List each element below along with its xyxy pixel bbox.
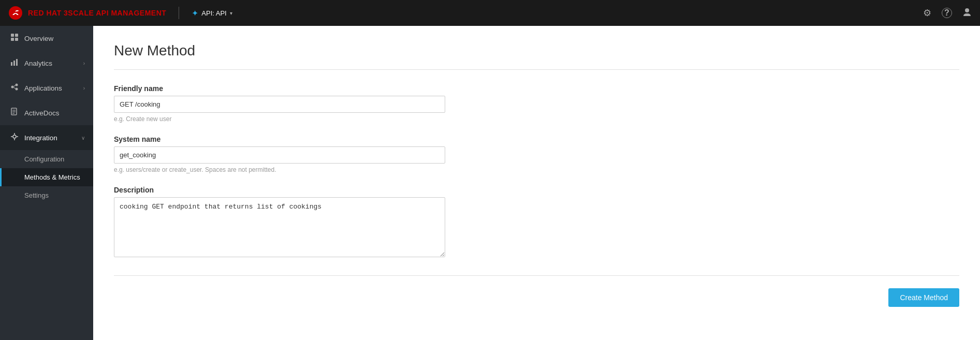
svg-point-9 [11, 86, 14, 88]
chevron-down-icon: ▾ [230, 10, 232, 16]
configuration-label: Configuration [24, 155, 64, 163]
svg-rect-8 [16, 59, 18, 66]
applications-chevron-icon: › [83, 85, 85, 91]
sidebar-item-integration[interactable]: Integration ∨ [0, 125, 93, 150]
settings-icon[interactable]: ⚙ [923, 7, 931, 19]
integration-icon [10, 132, 19, 143]
svg-line-12 [14, 85, 16, 86]
analytics-icon [10, 58, 19, 68]
svg-rect-6 [11, 62, 12, 66]
settings-label: Settings [24, 191, 49, 199]
brand: RED HAT 3SCALE API MANAGEMENT [8, 6, 166, 20]
svg-point-1 [965, 8, 969, 12]
page-title: New Method [114, 42, 959, 59]
analytics-chevron-icon: › [83, 61, 85, 66]
sidebar-item-activedocs[interactable]: ActiveDocs [0, 100, 93, 125]
system-name-label: System name [114, 135, 445, 143]
top-nav-icons: ⚙ ? [923, 7, 972, 19]
methods-metrics-label: Methods & Metrics [24, 173, 80, 181]
activedocs-icon [10, 108, 19, 118]
sidebar-item-analytics[interactable]: Analytics › [0, 51, 93, 76]
api-icon: ✦ [192, 8, 198, 18]
overview-icon [10, 33, 19, 43]
layout: Overview Analytics › [0, 26, 980, 340]
svg-rect-4 [11, 38, 14, 41]
svg-line-13 [14, 87, 16, 88]
create-method-button[interactable]: Create Method [888, 288, 959, 307]
system-name-input[interactable] [114, 146, 445, 164]
form-bottom-divider [114, 275, 959, 276]
system-name-group: System name e.g. users/create or create_… [114, 135, 445, 173]
form-actions: Create Method [114, 288, 959, 317]
sidebar-sub-item-configuration[interactable]: Configuration [0, 150, 93, 168]
sidebar-item-overview[interactable]: Overview [0, 26, 93, 51]
svg-point-11 [16, 88, 18, 91]
friendly-name-group: Friendly name e.g. Create new user [114, 84, 445, 123]
top-nav: RED HAT 3SCALE API MANAGEMENT ✦ API: API… [0, 0, 980, 26]
sidebar: Overview Analytics › [0, 26, 93, 340]
integration-chevron-icon: ∨ [81, 135, 85, 141]
description-label: Description [114, 186, 445, 194]
sidebar-sub-item-settings[interactable]: Settings [0, 186, 93, 204]
svg-rect-3 [15, 34, 18, 37]
friendly-name-input[interactable] [114, 96, 445, 113]
friendly-name-hint: e.g. Create new user [114, 115, 445, 123]
sidebar-applications-label: Applications [24, 84, 78, 92]
system-name-hint: e.g. users/create or create_user. Spaces… [114, 166, 445, 173]
svg-point-10 [16, 84, 18, 86]
nav-divider [179, 7, 179, 19]
brand-title: RED HAT 3SCALE API MANAGEMENT [28, 9, 166, 17]
friendly-name-label: Friendly name [114, 84, 445, 93]
redhat-logo [8, 6, 23, 20]
help-icon[interactable]: ? [942, 8, 952, 18]
svg-point-18 [13, 135, 16, 138]
sidebar-analytics-label: Analytics [24, 60, 78, 67]
api-selector-label: API: API [201, 9, 226, 17]
description-group: Description cooking GET endpoint that re… [114, 186, 445, 259]
svg-rect-2 [11, 34, 14, 37]
svg-rect-7 [13, 61, 15, 66]
page-divider [114, 69, 959, 70]
sidebar-item-applications[interactable]: Applications › [0, 76, 93, 100]
description-input[interactable]: cooking GET endpoint that returns list o… [114, 197, 445, 257]
sidebar-sub-item-methods-metrics[interactable]: Methods & Metrics [0, 168, 93, 186]
sidebar-integration-label: Integration [24, 134, 76, 142]
main-content: New Method Friendly name e.g. Create new… [93, 26, 980, 340]
api-selector[interactable]: ✦ API: API ▾ [192, 8, 232, 18]
user-icon[interactable] [962, 7, 972, 19]
applications-icon [10, 83, 19, 93]
svg-rect-5 [15, 38, 18, 41]
sidebar-activedocs-label: ActiveDocs [24, 109, 85, 117]
sidebar-overview-label: Overview [24, 35, 85, 42]
